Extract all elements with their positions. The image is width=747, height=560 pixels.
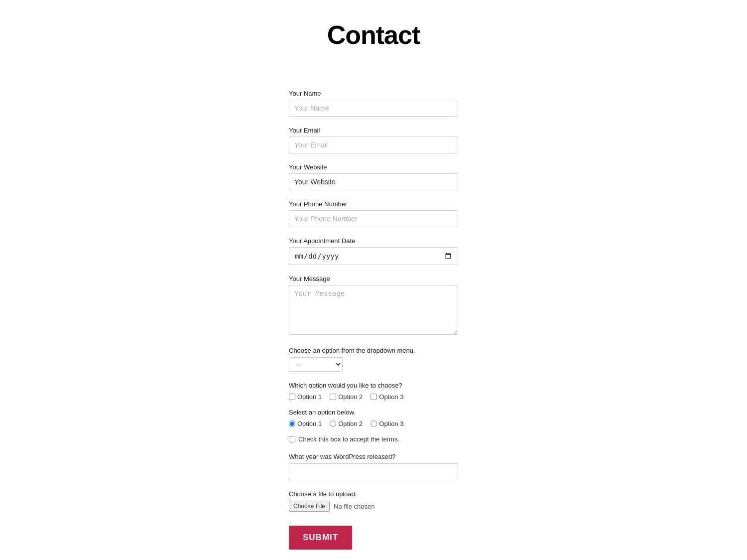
terms-checkbox[interactable]	[289, 436, 295, 442]
checkbox-input-1[interactable]	[289, 394, 295, 400]
file-upload-row: Choose File No file chosen	[289, 501, 458, 512]
checkbox-option-3-label: Option 3	[379, 393, 403, 401]
radio-input-2[interactable]	[330, 420, 336, 427]
radio-input-1[interactable]	[289, 420, 295, 427]
name-field-group: Your Name	[289, 90, 458, 117]
website-field-group: Your Website	[289, 163, 458, 190]
website-label: Your Website	[289, 163, 458, 171]
choose-file-button-label: Choose File	[293, 503, 325, 510]
email-input[interactable]	[289, 137, 458, 153]
radio-input-3[interactable]	[371, 420, 377, 427]
no-file-text: No file chosen	[334, 503, 374, 510]
radio-option-2[interactable]: Option 2	[330, 420, 363, 427]
radio-option-1-label: Option 1	[297, 420, 322, 427]
phone-input[interactable]	[289, 210, 458, 227]
website-input[interactable]	[289, 173, 458, 190]
date-field-group: Your Appointment Date	[289, 237, 458, 265]
submit-button[interactable]: SUBMIT	[289, 526, 352, 550]
name-input[interactable]	[289, 100, 458, 117]
radio-option-2-label: Option 2	[338, 420, 363, 427]
date-input[interactable]	[289, 247, 458, 265]
phone-label: Your Phone Number	[289, 200, 458, 208]
radio-option-3[interactable]: Option 3	[371, 420, 403, 427]
radio-label: Select an option below.	[289, 409, 458, 416]
checkbox-label: Which option would you like to choose?	[289, 382, 458, 389]
date-label: Your Appointment Date	[289, 237, 458, 245]
wordpress-year-field-group: What year was WordPress released?	[289, 453, 458, 480]
checkbox-input-3[interactable]	[371, 394, 377, 400]
dropdown-label: Choose an option from the dropdown menu.	[289, 347, 458, 354]
message-label: Your Message	[289, 275, 458, 282]
radio-section: Select an option below. Option 1 Option …	[289, 409, 458, 427]
message-field-group: Your Message	[289, 275, 458, 337]
file-upload-label: Choose a file to upload.	[289, 490, 458, 498]
message-textarea[interactable]	[289, 285, 458, 335]
contact-form: Your Name Your Email Your Website Your P…	[289, 90, 458, 560]
checkbox-section: Which option would you like to choose? O…	[289, 382, 458, 401]
dropdown-select[interactable]: --- Option 1 Option 2 Option 3	[289, 357, 343, 372]
wordpress-year-label: What year was WordPress released?	[289, 453, 458, 460]
email-label: Your Email	[289, 127, 458, 134]
radio-option-1[interactable]: Option 1	[289, 420, 322, 427]
checkbox-option-3[interactable]: Option 3	[371, 393, 403, 401]
checkbox-options-row: Option 1 Option 2 Option 3	[289, 393, 458, 401]
name-label: Your Name	[289, 90, 458, 97]
checkbox-option-1-label: Option 1	[297, 393, 322, 401]
phone-field-group: Your Phone Number	[289, 200, 458, 227]
checkbox-input-2[interactable]	[330, 394, 336, 400]
radio-options-row: Option 1 Option 2 Option 3	[289, 420, 458, 427]
radio-option-3-label: Option 3	[379, 420, 403, 427]
email-field-group: Your Email	[289, 127, 458, 153]
checkbox-option-1[interactable]: Option 1	[289, 393, 322, 401]
wordpress-year-input[interactable]	[289, 463, 458, 480]
choose-file-button[interactable]: Choose File	[289, 501, 330, 512]
checkbox-option-2[interactable]: Option 2	[330, 393, 363, 401]
page-title: Contact	[10, 20, 737, 50]
file-upload-section: Choose a file to upload. Choose File No …	[289, 490, 458, 512]
terms-checkbox-group[interactable]: Check this box to accept the terms.	[289, 435, 458, 443]
dropdown-section: Choose an option from the dropdown menu.…	[289, 347, 458, 372]
checkbox-option-2-label: Option 2	[338, 393, 363, 401]
terms-label: Check this box to accept the terms.	[298, 435, 399, 443]
submit-button-label: SUBMIT	[303, 533, 338, 542]
